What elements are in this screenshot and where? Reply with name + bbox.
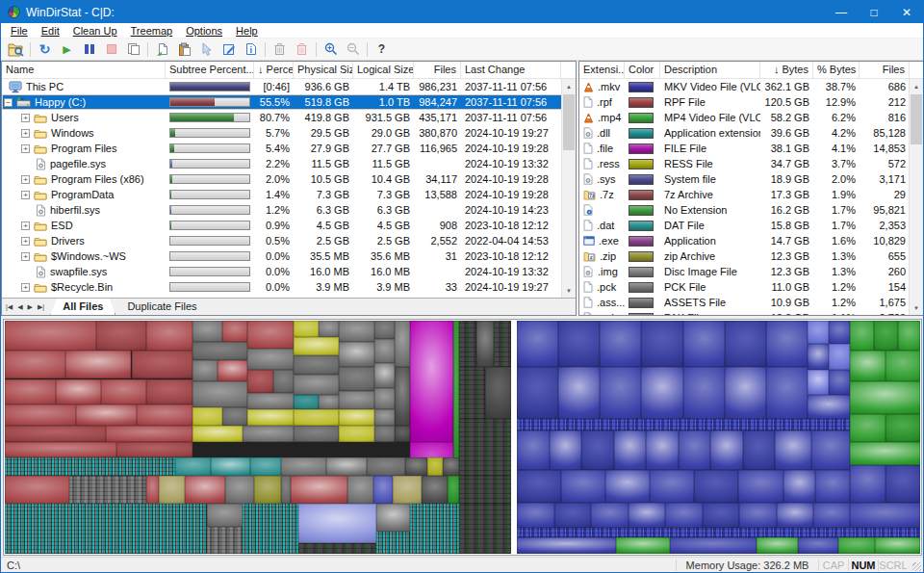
treemap-rect[interactable] (294, 321, 319, 337)
treemap-rect[interactable] (298, 504, 376, 543)
menu-item-clean-up[interactable]: Clean Up (66, 25, 124, 37)
tree-row-hiberfil-sys[interactable]: hiberfil.sys1.2%6.3 GB6.3 GB2024-10-19 1… (2, 202, 576, 218)
treemap-rect[interactable] (395, 321, 410, 367)
treemap-rect[interactable] (725, 321, 766, 367)
treemap-rect[interactable] (459, 321, 476, 367)
treemap-rect[interactable] (116, 442, 192, 457)
treemap-rect[interactable] (703, 503, 740, 529)
extension-row--mp4[interactable]: .mp4MP4 Video File (VLC)58.2 GB6.2%816 (579, 110, 923, 125)
treemap-rect[interactable] (374, 409, 395, 426)
treemap-rect[interactable] (775, 430, 811, 470)
treemap-rect[interactable] (554, 503, 592, 529)
treemap-rect[interactable] (393, 476, 422, 504)
treemap-rect[interactable] (339, 426, 374, 442)
treemap-rect[interactable] (850, 528, 920, 537)
expand-icon[interactable]: + (21, 252, 30, 261)
resize-grip[interactable] (908, 558, 923, 573)
expand-icon[interactable]: + (21, 191, 30, 199)
treemap-rect[interactable] (281, 476, 291, 504)
treemap-rect[interactable] (339, 321, 374, 342)
tree-row-users[interactable]: +Users80.7%419.8 GB931.5 GB435,1712037-1… (2, 110, 576, 125)
close-button[interactable]: ✕ (890, 1, 923, 23)
treemap-rect[interactable] (427, 457, 443, 476)
treemap-rect[interactable] (376, 532, 410, 554)
treemap-rect[interactable] (757, 537, 798, 554)
treemap-rect[interactable] (339, 342, 374, 368)
treemap-rect[interactable] (76, 404, 137, 426)
treemap-rect[interactable] (405, 457, 428, 476)
extension-row--7z[interactable]: 7z.7z7z Archive17.3 GB1.9%29 (579, 187, 923, 202)
treemap-rect[interactable] (374, 321, 395, 339)
tree-column-header-6[interactable]: Last Change (461, 62, 561, 78)
treemap-rect[interactable] (374, 339, 395, 362)
treemap-rect[interactable] (339, 367, 374, 390)
edit-button[interactable] (218, 39, 240, 60)
treemap-rect[interactable] (101, 379, 146, 405)
extension-row--pck[interactable]: .pckPCK File11.0 GB1.2%154 (579, 279, 923, 295)
treemap-rect[interactable] (683, 321, 725, 367)
expand-icon[interactable]: + (21, 175, 30, 184)
tree-row-program-files-x86-[interactable]: +Program Files (x86)2.0%10.5 GB10.4 GB34… (2, 171, 576, 187)
treemap-rect[interactable] (850, 503, 920, 529)
extension-row--img[interactable]: .imgDisc Image File12.3 GB1.3%260 (579, 264, 923, 279)
treemap-rect[interactable] (5, 476, 69, 504)
extension-scrollbar[interactable]: ▲ ▼ (909, 79, 923, 315)
treemap-rect[interactable] (5, 351, 65, 378)
treemap-rect[interactable] (146, 379, 192, 405)
tab-nav-prev-icon[interactable]: ◀ (17, 303, 22, 311)
treemap-rect[interactable] (665, 503, 703, 529)
treemap-rect[interactable] (218, 360, 248, 381)
treemap-rect[interactable] (247, 409, 293, 426)
tree-row-this-pc[interactable]: This PC[0:46]936.6 GB1.4 TB986,2312037-1… (2, 79, 576, 94)
treemap-rect[interactable] (222, 321, 247, 342)
treemap-rect[interactable] (207, 504, 243, 527)
treemap-rect[interactable] (395, 426, 410, 442)
treemap-rect[interactable] (476, 321, 494, 367)
paste-button[interactable] (173, 39, 195, 60)
treemap-rect[interactable] (829, 321, 850, 344)
treemap-rect[interactable] (339, 391, 374, 409)
tree-row-esd[interactable]: +ESD0.9%4.5 GB4.5 GB9082023-10-18 12:12 (2, 218, 576, 233)
extension-row-no-extension[interactable]: No Extension16.2 GB1.7%95,821 (579, 202, 923, 218)
treemap-rect[interactable] (811, 430, 850, 470)
scroll-thumb[interactable] (563, 94, 575, 150)
treemap-rect[interactable] (56, 379, 101, 405)
collapse-icon[interactable]: − (4, 98, 13, 107)
treemap-rect[interactable] (298, 543, 376, 554)
treemap-rect[interactable] (670, 537, 757, 554)
treemap-rect[interactable] (494, 321, 511, 367)
resume-button[interactable]: ▶ (56, 39, 78, 60)
tab-nav-first-icon[interactable]: |◀ (6, 303, 13, 311)
treemap-rect[interactable] (192, 321, 223, 342)
treemap-rect[interactable] (766, 321, 808, 367)
treemap-rect[interactable] (600, 321, 641, 367)
extension-row--ress[interactable]: .ressRESS File34.7 GB3.7%572 (579, 156, 923, 171)
treemap-rect[interactable] (694, 470, 738, 503)
treemap-rect[interactable] (211, 457, 251, 476)
treemap-rect[interactable] (777, 503, 814, 529)
treemap-rect[interactable] (459, 504, 511, 554)
zoom-in-button[interactable] (320, 39, 342, 60)
treemap-rect[interactable] (159, 476, 185, 504)
treemap-rect[interactable] (517, 367, 558, 418)
tree-row-drivers[interactable]: +Drivers0.5%2.5 GB2.5 GB2,5522022-04-04 … (2, 233, 576, 248)
refresh-button[interactable]: ↻ (34, 39, 56, 60)
treemap-rect[interactable] (247, 393, 293, 409)
treemap-rect[interactable] (106, 426, 192, 442)
tree-column-header-0[interactable]: Name (2, 62, 166, 78)
treemap-rect[interactable] (641, 367, 682, 418)
tree-row-pagefile-sys[interactable]: pagefile.sys2.2%11.5 GB11.5 GB2024-10-19… (2, 156, 576, 171)
extension-column-header-4[interactable]: % Bytes (813, 62, 860, 78)
treemap-rect[interactable] (326, 457, 367, 476)
treemap-rect[interactable] (650, 470, 694, 503)
extension-row--dat[interactable]: .datDAT File15.8 GB1.7%2,353 (579, 218, 923, 233)
expand-icon[interactable]: + (21, 144, 30, 153)
extension-column-header-3[interactable]: ↓ Bytes (760, 62, 813, 78)
extension-column-header-5[interactable]: Files (860, 62, 910, 78)
treemap-rect[interactable] (641, 321, 682, 367)
treemap-rect[interactable] (517, 419, 850, 430)
treemap-rect[interactable] (192, 426, 244, 442)
treemap-rect[interactable] (886, 465, 920, 503)
treemap-rect[interactable] (374, 388, 395, 409)
treemap-rect[interactable] (132, 351, 192, 378)
